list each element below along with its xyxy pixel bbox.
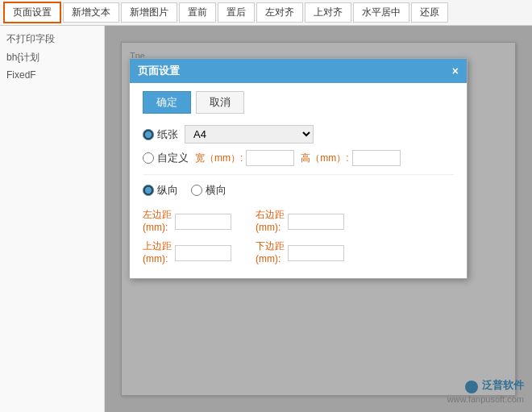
custom-size-row: 自定义 宽（mm）: 高（mm）: bbox=[143, 150, 454, 166]
toolbar-btn-align-left[interactable]: 左对齐 bbox=[256, 2, 303, 23]
left-panel-item-2: bh{计划 bbox=[6, 51, 98, 65]
toolbar-btn-page-setup[interactable]: 页面设置 bbox=[3, 2, 61, 23]
modal-title: 页面设置 bbox=[138, 64, 180, 78]
left-margin-row: 左边距(mm): bbox=[143, 209, 231, 234]
portrait-radio[interactable] bbox=[143, 185, 154, 196]
paper-radio[interactable] bbox=[143, 129, 154, 140]
right-margin-label: 右边距(mm): bbox=[256, 209, 285, 234]
custom-radio-label[interactable]: 自定义 bbox=[143, 151, 189, 165]
modal-header: 页面设置 × bbox=[130, 59, 467, 83]
bottom-margin-label: 下边距(mm): bbox=[256, 240, 285, 265]
toolbar-btn-center-h[interactable]: 水平居中 bbox=[353, 2, 409, 23]
confirm-button[interactable]: 确定 bbox=[143, 91, 191, 114]
right-margin-row: 右边距(mm): bbox=[256, 209, 344, 234]
left-panel-item-1: 不打印字段 bbox=[6, 32, 98, 46]
modal-actions: 确定 取消 bbox=[143, 91, 454, 114]
cancel-button[interactable]: 取消 bbox=[196, 91, 244, 114]
bottom-margin-input[interactable] bbox=[288, 245, 344, 261]
height-label: 高（mm）: bbox=[301, 152, 348, 165]
height-input[interactable] bbox=[352, 150, 401, 166]
bottom-margin-row: 下边距(mm): bbox=[256, 240, 344, 265]
width-label: 宽（mm）: bbox=[195, 152, 243, 165]
margin-col-right: 右边距(mm): 下边距(mm): bbox=[256, 209, 344, 265]
toolbar-btn-send-back[interactable]: 置后 bbox=[218, 2, 255, 23]
margin-col-left: 左边距(mm): 上边距(mm): bbox=[143, 209, 231, 265]
landscape-radio[interactable] bbox=[191, 185, 202, 196]
toolbar: 页面设置 新增文本 新增图片 置前 置后 左对齐 上对齐 水平居中 还原 bbox=[0, 0, 532, 26]
page-setup-modal: 页面设置 × 确定 取消 纸张 bbox=[129, 58, 468, 279]
custom-radio[interactable] bbox=[143, 152, 154, 164]
toolbar-btn-restore[interactable]: 还原 bbox=[411, 2, 448, 23]
toolbar-btn-add-text[interactable]: 新增文本 bbox=[63, 2, 119, 23]
main-area: 不打印字段 bh{计划 FixedF Tne 页面设置 × 确定 取消 bbox=[0, 26, 532, 412]
left-margin-input[interactable] bbox=[175, 214, 231, 230]
left-margin-label: 左边距(mm): bbox=[143, 209, 172, 234]
portrait-radio-label[interactable]: 纵向 bbox=[143, 183, 178, 198]
canvas-area: Tne 页面设置 × 确定 取消 bbox=[105, 26, 532, 412]
right-margin-input[interactable] bbox=[288, 214, 344, 230]
left-panel: 不打印字段 bh{计划 FixedF bbox=[0, 26, 105, 412]
orientation-row: 纵向 横向 bbox=[143, 183, 454, 198]
top-margin-label: 上边距(mm): bbox=[143, 240, 172, 265]
paper-row: 纸张 A4 A3 B5 Letter bbox=[143, 125, 454, 144]
landscape-radio-label[interactable]: 横向 bbox=[191, 183, 227, 198]
modal-overlay: 页面设置 × 确定 取消 纸张 bbox=[105, 26, 532, 412]
toolbar-btn-add-image[interactable]: 新增图片 bbox=[121, 2, 177, 23]
toolbar-btn-align-top[interactable]: 上对齐 bbox=[305, 2, 351, 23]
landscape-label-text: 横向 bbox=[206, 183, 227, 198]
margin-section: 左边距(mm): 上边距(mm): 右边距(mm): bbox=[143, 209, 454, 265]
paper-label-text: 纸张 bbox=[157, 127, 178, 142]
modal-close-button[interactable]: × bbox=[452, 65, 459, 77]
top-margin-input[interactable] bbox=[175, 245, 231, 261]
toolbar-btn-bring-front[interactable]: 置前 bbox=[179, 2, 216, 23]
paper-select[interactable]: A4 A3 B5 Letter bbox=[185, 125, 314, 144]
divider bbox=[143, 174, 454, 175]
paper-radio-label[interactable]: 纸张 bbox=[143, 127, 178, 142]
modal-body: 确定 取消 纸张 A4 A3 B5 Letter bbox=[130, 83, 467, 278]
portrait-label-text: 纵向 bbox=[157, 183, 178, 198]
width-input[interactable] bbox=[246, 150, 294, 166]
left-panel-item-3: FixedF bbox=[6, 69, 98, 81]
top-margin-row: 上边距(mm): bbox=[143, 240, 231, 265]
custom-label-text: 自定义 bbox=[157, 151, 189, 165]
